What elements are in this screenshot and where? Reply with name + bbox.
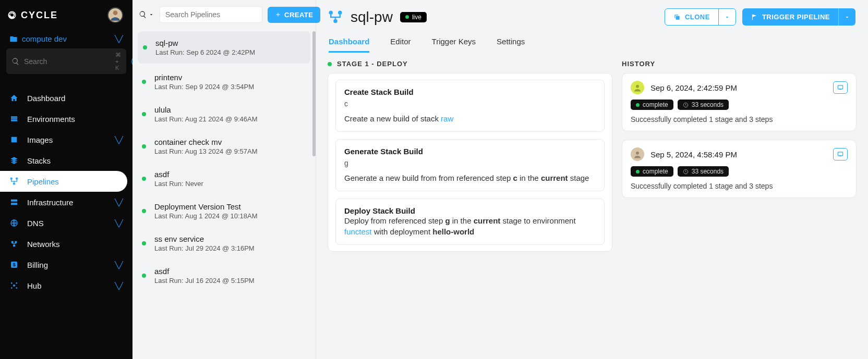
tab-trigger-keys[interactable]: Trigger Keys [432,32,476,53]
home-icon [9,93,19,103]
pipeline-search-input[interactable] [160,6,262,23]
filter-button[interactable] [139,10,154,19]
search-icon [11,57,20,66]
chevron-down-icon: ╲╱ [115,136,123,144]
svg-point-8 [11,282,13,284]
nav-environments[interactable]: Environments [0,108,132,129]
pipeline-last-run: Last Run: Sep 9 2024 @ 3:54PM [154,83,254,91]
dollar-icon: $ [9,260,19,269]
pipeline-last-run: Last Run: Jul 16 2024 @ 5:15PM [154,277,255,284]
history-run[interactable]: Sep 5, 2024, 4:58:49 PM complete 33 seco… [622,140,857,198]
nav-pipelines[interactable]: Pipelines [0,171,127,192]
nav-hub[interactable]: Hub ╲╱ [0,275,132,296]
status-dot-icon [142,80,146,84]
pipeline-item[interactable]: printenv Last Run: Sep 9 2024 @ 3:54PM [132,66,316,98]
svg-point-9 [16,282,17,284]
status-dot-icon [142,177,146,181]
steps-card: Create Stack Build c Create a new build … [328,73,612,252]
user-avatar[interactable] [107,7,123,23]
tab-settings[interactable]: Settings [497,32,525,53]
tab-editor[interactable]: Editor [390,32,411,53]
nav-dns[interactable]: DNS ╲╱ [0,213,132,233]
pipeline-icon [9,177,19,186]
pipeline-item[interactable]: ulula Last Run: Aug 21 2024 @ 9:46AM [132,98,316,130]
history-list: Sep 6, 2024, 2:42:59 PM complete 33 seco… [622,73,857,198]
nav-billing[interactable]: $Billing ╲╱ [0,254,132,275]
nav-images[interactable]: Images ╲╱ [0,129,132,150]
svg-rect-16 [838,85,842,89]
stage-step[interactable]: Deploy Stack Build Deploy from reference… [335,199,605,245]
nav-stacks[interactable]: Stacks [0,150,132,171]
pipeline-item[interactable]: container check mv Last Run: Aug 13 2024… [132,130,316,163]
scrollbar[interactable] [312,31,316,359]
run-avatar [631,81,644,94]
nav-dashboard[interactable]: Dashboard [0,88,132,108]
step-code: g [344,159,596,167]
pipeline-name: Deployment Version Test [154,202,258,211]
pipeline-list-column: CREATE sql-pw Last Run: Sep 6 2024 @ 2:4… [132,0,316,359]
sidebar-search-row: ⌘ + K [0,48,132,81]
svg-point-12 [329,10,333,15]
step-description: Create a new build of stack raw [344,113,596,124]
stack-icon [9,156,19,165]
step-title: Create Stack Build [344,88,596,96]
pipeline-last-run: Last Run: Sep 6 2024 @ 2:42PM [155,48,255,56]
pipeline-name: ulula [154,105,258,114]
pipeline-icon [328,9,343,25]
status-dot-icon [328,62,332,66]
create-pipeline-button[interactable]: CREATE [268,7,320,23]
link[interactable]: raw [441,114,453,123]
stage-step[interactable]: Generate Stack Build g Generate a new bu… [335,139,605,191]
pipeline-item[interactable]: sql-pw Last Run: Sep 6 2024 @ 2:42PM [138,31,310,64]
svg-point-11 [16,287,17,289]
live-label: live [412,14,421,21]
clone-dropdown[interactable] [718,9,736,25]
pipeline-item[interactable]: ss env service Last Run: Jul 29 2024 @ 3… [132,227,316,259]
history-heading: HISTORY [622,60,857,73]
run-timestamp: Sep 5, 2024, 4:58:49 PM [650,150,737,159]
pipeline-list[interactable]: sql-pw Last Run: Sep 6 2024 @ 2:42PM pri… [132,29,316,359]
hub-selector[interactable]: compute dev ╲╱ [0,30,132,48]
link[interactable]: functest [344,227,372,236]
network-icon [9,239,19,249]
pipeline-name: container check mv [154,138,258,146]
sidebar-search-input[interactable] [24,57,115,66]
status-dot-icon [142,274,146,278]
status-dot-icon [405,15,409,19]
pipeline-last-run: Last Run: Aug 21 2024 @ 9:46AM [154,115,258,123]
trigger-pipeline-button[interactable]: TRIGGER PIPELINE [742,8,855,26]
clone-button[interactable]: CLONE [665,8,736,26]
nav-label: Dashboard [27,94,65,103]
stage-column: STAGE 1 - DEPLOY Create Stack Build c Cr… [328,60,612,352]
status-dot-icon [143,45,147,49]
trigger-dropdown[interactable] [838,8,855,26]
pipeline-last-run: Last Run: Aug 13 2024 @ 9:57AM [154,147,258,155]
pipeline-name: asdf [154,267,255,276]
step-description: Deploy from referenced step g in the cur… [344,215,596,237]
stage-step[interactable]: Create Stack Build c Create a new build … [335,80,605,132]
pipeline-item[interactable]: Deployment Version Test Last Run: Aug 1 … [132,195,316,227]
sidebar-search[interactable]: ⌘ + K [6,48,126,74]
brand[interactable]: CYCLE [7,10,58,21]
chevron-down-icon: ╲╱ [115,35,123,43]
expand-run-button[interactable] [833,148,848,160]
clone-label: CLONE [685,13,710,21]
history-run[interactable]: Sep 6, 2024, 2:42:59 PM complete 33 seco… [622,73,857,131]
svg-point-14 [333,19,337,23]
nav-label: Hub [27,281,42,290]
nav-label: Pipelines [27,177,59,186]
nav-infrastructure[interactable]: Infrastructure ╲╱ [0,192,132,213]
nav-label: Infrastructure [27,198,73,207]
pipeline-item[interactable]: asdf Last Run: Jul 16 2024 @ 5:15PM [132,259,316,292]
pipeline-last-run: Last Run: Jul 29 2024 @ 3:16PM [154,244,255,252]
plus-icon [275,11,281,18]
pipeline-name: ss env service [154,234,255,243]
hub-icon [9,281,19,290]
tab-dashboard[interactable]: Dashboard [329,32,369,53]
clone-icon [673,14,681,21]
nav-networks[interactable]: Networks [0,233,132,254]
chevron-down-icon: ╲╱ [115,219,123,227]
expand-run-button[interactable] [833,81,848,94]
pipeline-item[interactable]: asdf Last Run: Never [132,163,316,195]
folder-icon [9,35,18,43]
